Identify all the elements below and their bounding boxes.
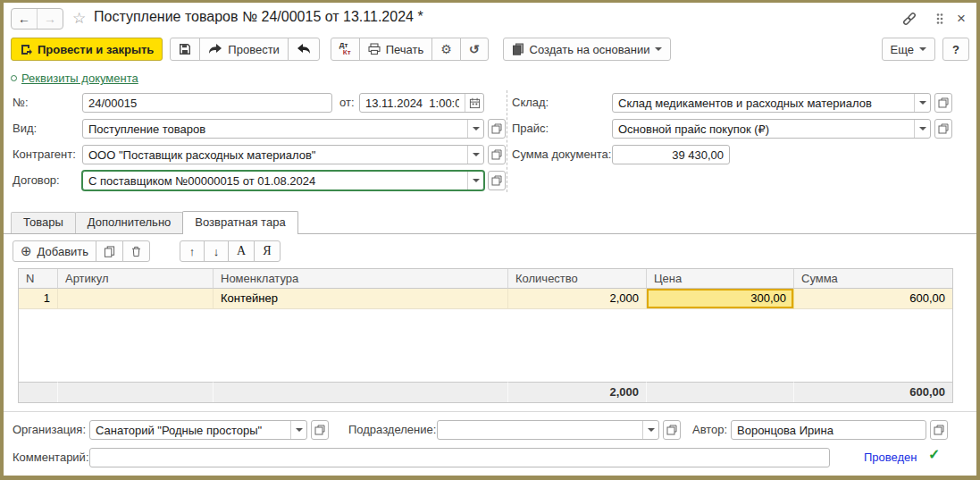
cell-price-selected[interactable]: 300,00 bbox=[647, 289, 794, 309]
move-row-down-button[interactable]: ↓ bbox=[204, 240, 229, 262]
comment-input[interactable] bbox=[90, 449, 829, 467]
author-open-button[interactable] bbox=[930, 420, 948, 440]
forward-icon[interactable]: → bbox=[37, 9, 63, 29]
contract-open-button[interactable] bbox=[488, 171, 506, 190]
warehouse-dropdown-icon[interactable] bbox=[914, 94, 930, 112]
organization-open-button[interactable] bbox=[311, 420, 329, 440]
department-open-button[interactable] bbox=[663, 420, 681, 440]
back-icon[interactable]: ← bbox=[12, 9, 37, 29]
close-window-button[interactable]: × bbox=[952, 11, 970, 27]
department-input[interactable] bbox=[438, 421, 642, 439]
delete-row-button[interactable] bbox=[122, 240, 150, 262]
kind-input[interactable] bbox=[83, 120, 467, 138]
tab-returnable-packaging[interactable]: Возвратная тара bbox=[182, 211, 297, 234]
contractor-input[interactable] bbox=[83, 146, 467, 164]
create-based-on-button[interactable]: Создать на основании bbox=[503, 38, 672, 61]
contractor-open-button[interactable] bbox=[488, 145, 506, 164]
organization-input[interactable] bbox=[90, 421, 290, 439]
col-header-articul[interactable]: Артикул bbox=[58, 269, 214, 289]
department-dropdown-icon[interactable] bbox=[642, 421, 658, 439]
contractor-dropdown-icon[interactable] bbox=[467, 146, 483, 164]
open-icon bbox=[491, 175, 502, 186]
contract-field-wrap bbox=[82, 171, 484, 190]
window-menu-icon[interactable] bbox=[931, 11, 949, 27]
row-edit-group: ⊕ Добавить bbox=[13, 240, 150, 262]
total-sum: 600,00 bbox=[794, 382, 952, 402]
cell-sum[interactable]: 600,00 bbox=[794, 289, 952, 309]
contract-dropdown-icon[interactable] bbox=[467, 172, 483, 189]
number-input[interactable] bbox=[83, 94, 331, 112]
move-row-up-button[interactable]: ↑ bbox=[180, 240, 205, 262]
doc-total-label: Сумма документа: bbox=[512, 145, 611, 164]
table-empty-area[interactable] bbox=[19, 309, 952, 382]
check-icon: ✓ bbox=[928, 446, 940, 463]
col-header-n[interactable]: N bbox=[19, 269, 58, 289]
help-button[interactable]: ? bbox=[942, 38, 969, 61]
table-row[interactable]: 1 Контейнер 2,000 300,00 600,00 bbox=[19, 289, 952, 309]
col-header-sum[interactable]: Сумма bbox=[794, 269, 952, 289]
doc-total-field-wrap bbox=[612, 145, 730, 164]
post-and-close-button[interactable]: Провести и закрыть bbox=[11, 38, 163, 61]
favorite-star-icon[interactable]: ☆ bbox=[72, 9, 86, 28]
print-button[interactable]: Печать bbox=[359, 38, 433, 61]
accounting-entries-button[interactable]: Дт Кт bbox=[331, 38, 360, 61]
arrow-down-icon: ↓ bbox=[214, 245, 220, 258]
undo-post-button[interactable] bbox=[288, 38, 320, 61]
col-header-qty[interactable]: Количество bbox=[508, 269, 647, 289]
document-window: ← → ☆ Поступление товаров № 24/00015 от … bbox=[0, 0, 980, 480]
sort-ascending-button[interactable]: А bbox=[228, 240, 255, 262]
close-icon: × bbox=[957, 12, 966, 26]
section-splitter[interactable] bbox=[4, 411, 976, 412]
cell-qty[interactable]: 2,000 bbox=[508, 289, 647, 309]
cell-nomenclature[interactable]: Контейнер bbox=[214, 289, 508, 309]
settings-button[interactable]: ⚙ bbox=[431, 38, 461, 61]
col-header-price[interactable]: Цена bbox=[647, 269, 794, 289]
tab-goods[interactable]: Товары bbox=[11, 212, 76, 233]
cell-n[interactable]: 1 bbox=[19, 289, 58, 309]
col-header-nomenclature[interactable]: Номенклатура bbox=[214, 269, 508, 289]
post-button[interactable]: Провести bbox=[199, 38, 289, 61]
copy-icon bbox=[104, 246, 115, 257]
pricelist-dropdown-icon[interactable] bbox=[914, 120, 930, 138]
pricelist-open-button[interactable] bbox=[934, 119, 952, 139]
organization-dropdown-icon[interactable] bbox=[290, 421, 306, 439]
date-input[interactable] bbox=[360, 94, 465, 112]
contract-input[interactable] bbox=[83, 172, 467, 189]
document-requisites-link[interactable]: Реквизиты документа bbox=[11, 72, 138, 85]
doc-total-input[interactable] bbox=[613, 146, 729, 164]
contractor-label: Контрагент: bbox=[13, 145, 76, 164]
post-close-icon bbox=[20, 43, 32, 55]
more-button[interactable]: Еще bbox=[882, 38, 935, 61]
history-button[interactable]: ↺ bbox=[460, 38, 489, 61]
calendar-button[interactable] bbox=[465, 94, 483, 112]
kind-field-wrap bbox=[82, 119, 484, 139]
sort-descending-button[interactable]: Я bbox=[254, 240, 281, 262]
dots-menu-icon bbox=[935, 13, 944, 25]
number-label: №: bbox=[13, 93, 29, 113]
date-label: от: bbox=[339, 93, 355, 113]
chevron-down-icon bbox=[919, 47, 926, 55]
kind-dropdown-icon[interactable] bbox=[467, 120, 483, 138]
save-button[interactable] bbox=[170, 38, 200, 61]
get-link-icon[interactable] bbox=[900, 11, 918, 27]
add-row-button[interactable]: ⊕ Добавить bbox=[13, 240, 96, 262]
author-input[interactable] bbox=[732, 421, 926, 439]
kind-open-button[interactable] bbox=[488, 119, 506, 139]
department-label: Подразделение: bbox=[348, 420, 436, 440]
author-label: Автор: bbox=[692, 420, 727, 440]
cell-articul[interactable] bbox=[58, 289, 214, 309]
department-field-wrap bbox=[437, 420, 659, 440]
calendar-icon bbox=[469, 97, 481, 109]
copy-row-button[interactable] bbox=[96, 240, 123, 262]
printer-icon bbox=[368, 43, 381, 55]
warehouse-field-wrap bbox=[612, 93, 931, 113]
toolbar-right: Еще ? bbox=[882, 38, 969, 61]
open-icon bbox=[938, 123, 949, 134]
tab-additional[interactable]: Дополнительно bbox=[75, 212, 184, 233]
history-icon: ↺ bbox=[469, 42, 480, 56]
pricelist-input[interactable] bbox=[613, 120, 914, 138]
date-field-wrap bbox=[359, 93, 484, 113]
warehouse-input[interactable] bbox=[613, 94, 914, 112]
open-icon bbox=[491, 123, 502, 134]
warehouse-open-button[interactable] bbox=[934, 93, 952, 113]
